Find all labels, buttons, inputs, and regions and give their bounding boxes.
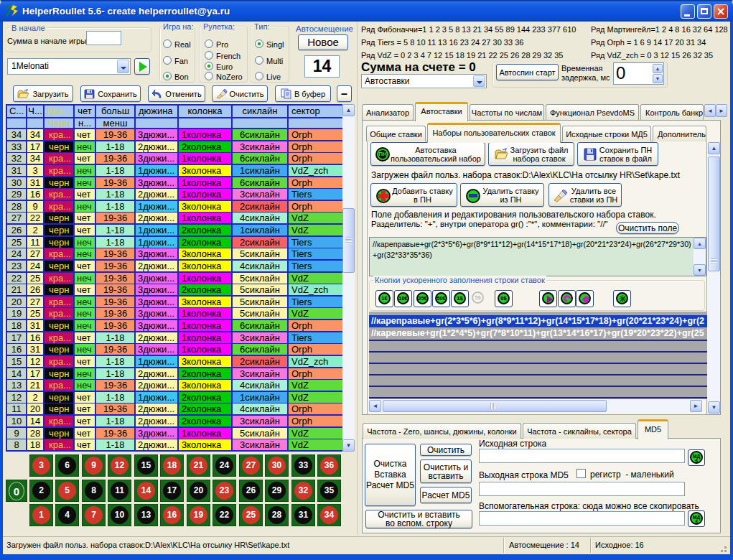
svg-text:7: 7 xyxy=(5,4,13,18)
